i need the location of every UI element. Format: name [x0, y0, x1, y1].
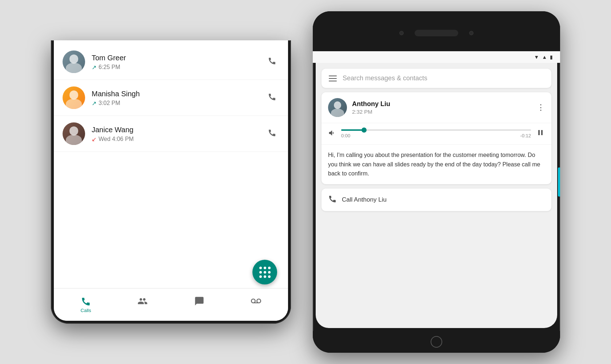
battery-icon: ▮	[550, 54, 553, 60]
right-screen: Search messages & contacts Anthony Liu 2…	[316, 63, 557, 328]
nav-item-contacts[interactable]: .	[114, 296, 171, 313]
nav-item-calls[interactable]: Calls	[57, 296, 114, 313]
contact-info: Tom Greer ↗ 6:25 PM	[92, 53, 258, 71]
phone-top-hardware	[313, 11, 560, 51]
call-action-label[interactable]: Call Anthony Liu	[342, 196, 387, 203]
dialpad-fab[interactable]	[252, 260, 277, 284]
menu-icon[interactable]	[329, 76, 337, 81]
nav-label-calls: Calls	[81, 308, 91, 313]
contact-time-row: ↗ 6:25 PM	[92, 64, 258, 71]
avatar	[63, 86, 85, 109]
call-action-icon	[328, 194, 337, 205]
right-phone: ▼ ▲ ▮ Search messages & contacts	[313, 11, 560, 353]
pause-button[interactable]	[536, 128, 545, 139]
contact-time-row: ↗ 3:02 PM	[92, 100, 258, 107]
message-header: Anthony Liu 2:32 PM ⋮	[322, 92, 551, 123]
time-labels: 0:00 -0:12	[341, 133, 531, 138]
time-current: 0:00	[341, 133, 350, 138]
sender-time: 2:32 PM	[352, 109, 390, 115]
message-sender-info: Anthony Liu 2:32 PM	[352, 100, 390, 115]
contact-item[interactable]: Janice Wang ↙ Wed 4:06 PM	[54, 116, 288, 152]
nav-item-messages[interactable]: .	[171, 296, 228, 313]
call-button[interactable]	[265, 125, 279, 142]
left-screen: Tom Greer ↗ 6:25 PM	[54, 40, 288, 321]
signal-icon: ▲	[542, 54, 547, 60]
missed-call-arrow: ↙	[92, 136, 96, 143]
call-action-button[interactable]: Call Anthony Liu	[322, 189, 551, 211]
wifi-icon: ▼	[534, 54, 539, 60]
sender-name: Anthony Liu	[352, 100, 390, 108]
contact-info: Manisha Singh ↗ 3:02 PM	[92, 89, 258, 107]
progress-fill	[341, 129, 364, 131]
contact-time: 6:25 PM	[99, 64, 120, 70]
home-circle	[431, 336, 442, 348]
camera-dot-2	[469, 31, 474, 35]
message-avatar	[328, 98, 347, 117]
audio-player[interactable]: 0:00 -0:12	[322, 123, 551, 145]
scene: Tom Greer ↗ 6:25 PM	[0, 0, 611, 364]
nav-label-voicemail: .	[255, 308, 257, 313]
nav-label-contacts: .	[142, 308, 143, 313]
contact-name: Janice Wang	[92, 125, 258, 134]
contact-item[interactable]: Manisha Singh ↗ 3:02 PM	[54, 80, 288, 116]
camera-dot	[399, 31, 404, 35]
contact-time: 3:02 PM	[99, 100, 120, 106]
nav-item-voicemail[interactable]: .	[228, 296, 284, 313]
progress-thumb[interactable]	[362, 128, 367, 133]
bottom-wrapper: Calls . . .	[54, 288, 288, 321]
search-bar[interactable]: Search messages & contacts	[322, 69, 551, 88]
speaker-grill	[415, 30, 458, 36]
left-phone: Tom Greer ↗ 6:25 PM	[51, 40, 291, 324]
accent-bar	[558, 167, 560, 197]
audio-progress[interactable]: 0:00 -0:12	[341, 129, 531, 138]
nav-label-messages: .	[199, 308, 200, 313]
bottom-nav: Calls . . .	[54, 288, 288, 321]
outgoing-call-arrow: ↗	[92, 100, 96, 107]
contact-name: Tom Greer	[92, 53, 258, 62]
contact-info: Janice Wang ↙ Wed 4:06 PM	[92, 125, 258, 143]
volume-icon[interactable]	[328, 129, 336, 139]
avatar	[63, 50, 85, 73]
contact-name: Manisha Singh	[92, 89, 258, 98]
contact-time-row: ↙ Wed 4:06 PM	[92, 136, 258, 143]
call-button[interactable]	[265, 53, 279, 70]
contact-item[interactable]: Tom Greer ↗ 6:25 PM	[54, 44, 288, 80]
call-button[interactable]	[265, 89, 279, 106]
message-card: Anthony Liu 2:32 PM ⋮	[322, 92, 551, 184]
fab-dots	[259, 266, 271, 279]
status-bar: ▼ ▲ ▮	[313, 51, 560, 63]
more-options-button[interactable]: ⋮	[537, 103, 545, 112]
avatar	[63, 122, 85, 145]
message-transcript: Hi, I'm calling you about the presentati…	[322, 145, 551, 184]
search-placeholder[interactable]: Search messages & contacts	[343, 74, 427, 82]
contacts-list: Tom Greer ↗ 6:25 PM	[54, 40, 288, 288]
home-button[interactable]	[313, 331, 560, 353]
outgoing-call-arrow: ↗	[92, 64, 96, 71]
time-remaining: -0:12	[520, 133, 531, 138]
progress-track[interactable]	[341, 129, 531, 131]
contact-time: Wed 4:06 PM	[99, 136, 134, 142]
